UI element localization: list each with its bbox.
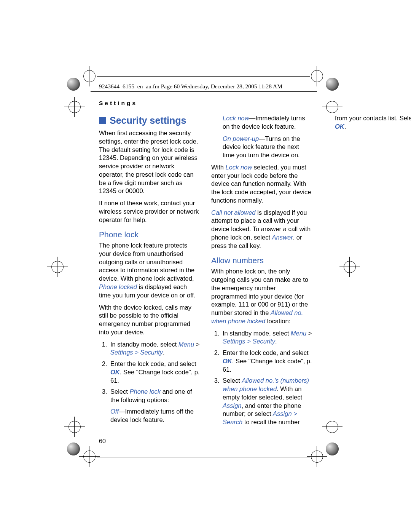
header-rule [91, 91, 317, 92]
crop-target-icon [81, 68, 97, 84]
crop-target-icon [324, 419, 340, 435]
crop-target-icon [342, 259, 358, 275]
call-not-allowed-paragraph: Call not allowed is displayed if you att… [211, 209, 312, 250]
assign-text: Assign [223, 402, 242, 409]
heading-phone-lock: Phone lock [99, 229, 200, 240]
document-page: 9243644_6155_en_au.fm Page 60 Wednesday,… [0, 0, 411, 532]
crop-sphere-icon [67, 78, 80, 91]
phone-lock-paragraph-1: The phone lock feature protects your dev… [99, 241, 200, 299]
crop-sphere-icon [67, 443, 80, 455]
crop-target-icon [309, 449, 325, 465]
menu-text: Menu [178, 341, 194, 348]
header-filename: 9243644_6155_en_au.fm Page 60 Wednesday,… [99, 83, 282, 90]
crop-sphere-icon [326, 443, 339, 455]
step-2: Enter the lock code, and select OK. See … [109, 360, 200, 385]
crop-target-icon [309, 68, 325, 84]
crop-sphere-icon [326, 78, 339, 91]
footer-rule [97, 457, 310, 457]
phone-lock-option: Phone lock [129, 388, 161, 395]
intro-paragraph-2: If none of these work, contact your wire… [99, 199, 200, 224]
crop-target-icon [81, 449, 97, 465]
option-off: Off—Immediately turns off the device loc… [110, 407, 200, 424]
step-1: In standby mode, select Menu > Settings … [109, 340, 200, 357]
page-number: 60 [99, 438, 106, 445]
square-bullet-icon [99, 117, 106, 124]
option-lock-now: Lock now—Immediately turns on the device… [223, 114, 312, 131]
heading-text: Security settings [110, 114, 186, 127]
option-on-powerup: On power-up—Turns on the device lock fea… [223, 135, 312, 160]
allow-step-2: Enter the lock code, and select OK. See … [221, 349, 312, 374]
crop-target-icon [67, 419, 83, 435]
heading-allow-numbers: Allow numbers [211, 255, 312, 266]
lock-now-text-2: Lock now [226, 164, 252, 171]
section-label: Settings [99, 100, 137, 107]
crop-target-icon [49, 259, 65, 275]
phone-lock-paragraph-2: With the device locked, calls may still … [99, 304, 200, 337]
settings-security-path: Settings > Security [110, 349, 163, 356]
call-not-allowed-text: Call not allowed [211, 209, 255, 216]
header-rule [97, 76, 310, 77]
allow-numbers-paragraph: With phone lock on, the only outgoing ca… [211, 267, 312, 325]
allow-step-1: In standby mode, select Menu > Settings … [221, 329, 312, 346]
page-content: Security settings When first accessing t… [99, 114, 312, 427]
off-text: Off [110, 408, 119, 415]
on-powerup-text: On power-up [223, 135, 259, 142]
with-lock-now-paragraph: With Lock now selected, you must enter y… [211, 163, 312, 205]
crop-target-icon [324, 99, 340, 115]
intro-paragraph-1: When first accessing the security settin… [99, 129, 200, 195]
answer-text: Answer [272, 234, 293, 241]
lock-now-text: Lock now [223, 115, 249, 121]
crop-target-icon [67, 99, 83, 115]
ok-text: OK [110, 369, 120, 375]
heading-security-settings: Security settings [99, 114, 200, 127]
emphasis-phone-locked: Phone locked [99, 283, 137, 290]
